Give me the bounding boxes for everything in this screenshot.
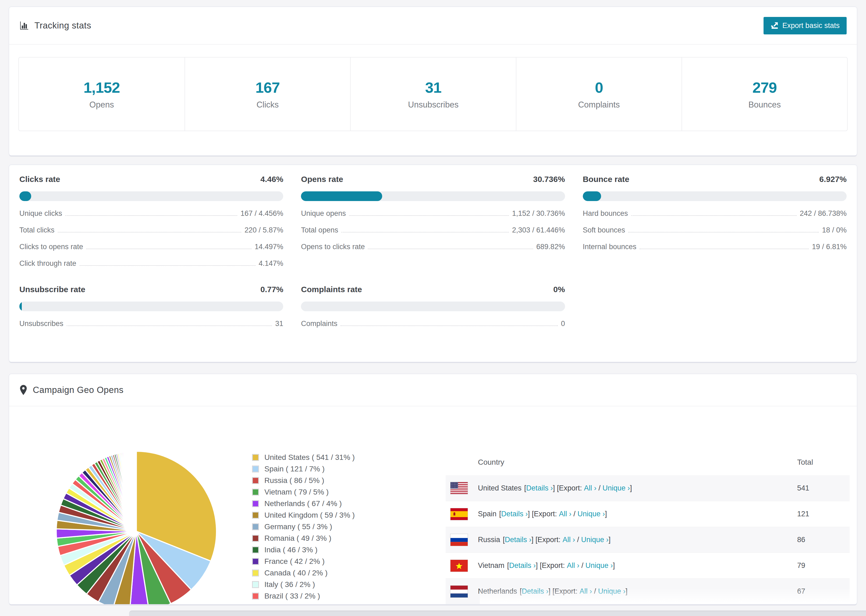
legend-item: Russia ( 86 / 5% ): [252, 475, 355, 486]
export-all-link[interactable]: All ›: [563, 536, 575, 544]
details-link[interactable]: Details ›: [501, 510, 528, 518]
rate-title: Clicks rate: [19, 175, 60, 184]
dotted-leader: [80, 265, 255, 266]
export-all-link[interactable]: All ›: [579, 587, 592, 596]
horizontal-scrollbar[interactable]: [129, 611, 866, 616]
legend-label: Vietnam ( 79 / 5% ): [265, 488, 329, 497]
dotted-leader: [58, 232, 241, 233]
rate-progress-fill: [583, 191, 601, 201]
export-all-link[interactable]: All ›: [584, 484, 597, 492]
rate-progress-fill: [301, 191, 382, 201]
legend-label: Spain ( 121 / 7% ): [265, 465, 324, 473]
country-name: Netherlands: [478, 587, 517, 596]
rate-detail-row: Unsubscribes 31: [19, 319, 283, 328]
rate-detail-row: Total opens 2,303 / 61.446%: [301, 226, 565, 234]
stats-row: 1,152 Opens 167 Clicks 31 Unsubscribes 0…: [18, 57, 848, 131]
stat-value: 0: [595, 79, 603, 96]
details-link[interactable]: Details ›: [505, 536, 531, 544]
rate-value: 4.46%: [260, 175, 283, 184]
legend-swatch: [252, 546, 259, 553]
dotted-leader: [368, 248, 533, 249]
rate-value: 30.736%: [533, 175, 565, 184]
dotted-leader: [65, 215, 237, 216]
legend-item: Vietnam ( 79 / 5% ): [252, 486, 355, 498]
rate-detail-value: 31: [275, 319, 283, 328]
country-total: 121: [797, 510, 850, 518]
country-flag-icon: [450, 508, 468, 520]
stat-value: 1,152: [83, 79, 120, 96]
dotted-leader: [67, 325, 272, 326]
stat-label: Bounces: [748, 100, 781, 110]
legend-label: Italy ( 36 / 2% ): [265, 580, 315, 589]
stat-label: Clicks: [257, 100, 279, 110]
export-unique-link[interactable]: Unique ›: [581, 536, 609, 544]
rate-block: Opens rate 30.736% Unique opens 1,152 / …: [301, 175, 565, 268]
export-unique-link[interactable]: Unique ›: [586, 561, 613, 570]
dotted-leader: [340, 325, 557, 326]
rate-progress-fill: [19, 191, 31, 201]
legend-label: Romania ( 49 / 3% ): [265, 534, 331, 543]
export-unique-link[interactable]: Unique ›: [602, 484, 630, 492]
rate-detail-value: 0: [561, 319, 565, 328]
tracking-stats-header: Tracking stats Export basic stats: [9, 7, 857, 45]
export-all-link[interactable]: All ›: [567, 561, 579, 570]
country-name: Spain: [478, 510, 496, 518]
legend-swatch: [252, 535, 259, 542]
details-link[interactable]: Details ›: [522, 587, 548, 596]
country-flag-icon: [450, 534, 468, 546]
rate-detail-lines: Unique opens 1,152 / 30.736% Total opens…: [301, 209, 565, 251]
rate-detail-value: 167 / 4.456%: [241, 209, 283, 218]
export-unique-link[interactable]: Unique ›: [598, 587, 625, 596]
legend-item: United Kingdom ( 59 / 3% ): [252, 509, 355, 521]
legend-swatch: [252, 558, 259, 565]
details-link[interactable]: Details ›: [509, 561, 536, 570]
legend-item: Romania ( 49 / 3% ): [252, 533, 355, 544]
table-row: Russia [Details ›] [Export: All › / Uniq…: [446, 527, 850, 553]
legend-swatch: [252, 512, 259, 519]
export-unique-link[interactable]: Unique ›: [578, 510, 605, 518]
rate-progress-track: [19, 302, 283, 311]
geo-table-header-row: Country Total: [446, 449, 850, 475]
legend-label: Germany ( 55 / 3% ): [265, 522, 332, 531]
legend-label: India ( 46 / 3% ): [265, 545, 318, 554]
geo-table-body: United States [Details ›] [Export: All ›…: [446, 475, 850, 605]
geo-table: Country Total United States [Details ›] …: [446, 449, 850, 605]
legend-item: Brazil ( 33 / 2% ): [252, 590, 355, 602]
details-link[interactable]: Details ›: [526, 484, 553, 492]
geo-opens-card: Campaign Geo Opens United States ( 541 /…: [9, 374, 857, 605]
rate-block: Clicks rate 4.46% Unique clicks 167 / 4.…: [19, 175, 283, 268]
rate-detail-lines: Hard bounces 242 / 86.738% Soft bounces …: [583, 209, 847, 251]
legend-item: Canada ( 40 / 2% ): [252, 567, 355, 579]
country-flag-icon: [450, 560, 468, 572]
rate-detail-label: Internal bounces: [583, 243, 636, 251]
rate-detail-value: 220 / 5.87%: [244, 226, 283, 234]
legend-item: South Africa ( 29 / 2% ): [252, 602, 355, 605]
country-total: 79: [797, 561, 850, 570]
legend-swatch: [252, 454, 259, 461]
country-column-header: Country: [446, 458, 797, 467]
export-basic-stats-button[interactable]: Export basic stats: [764, 17, 847, 35]
rate-detail-value: 1,152 / 30.736%: [512, 209, 565, 218]
bar-chart-icon: [19, 21, 29, 30]
legend-swatch: [252, 489, 259, 496]
export-all-link[interactable]: All ›: [559, 510, 572, 518]
tracking-stats-card: Tracking stats Export basic stats 1,152 …: [9, 6, 857, 156]
rate-detail-label: Click through rate: [19, 259, 76, 268]
legend-label: Canada ( 40 / 2% ): [265, 569, 328, 577]
rate-detail-label: Total opens: [301, 226, 338, 234]
stat-card: 279 Bounces: [682, 58, 847, 130]
stat-card: 31 Unsubscribes: [350, 58, 516, 130]
rate-detail-label: Clicks to opens rate: [19, 243, 83, 251]
country-total: 86: [797, 536, 850, 544]
rate-progress-track: [19, 191, 283, 201]
rate-detail-lines: Complaints 0: [301, 319, 565, 328]
rate-detail-row: Soft bounces 18 / 0%: [583, 226, 847, 234]
legend-swatch: [252, 592, 259, 600]
dotted-leader: [86, 248, 252, 249]
rate-detail-label: Opens to clicks rate: [301, 243, 365, 251]
rate-detail-row: Complaints 0: [301, 319, 565, 328]
rate-block: Bounce rate 6.927% Hard bounces 242 / 86…: [583, 175, 847, 268]
table-row: Vietnam [Details ›] [Export: All › / Uni…: [446, 553, 850, 578]
rate-detail-value: 242 / 86.738%: [800, 209, 847, 218]
dotted-leader: [639, 248, 809, 249]
